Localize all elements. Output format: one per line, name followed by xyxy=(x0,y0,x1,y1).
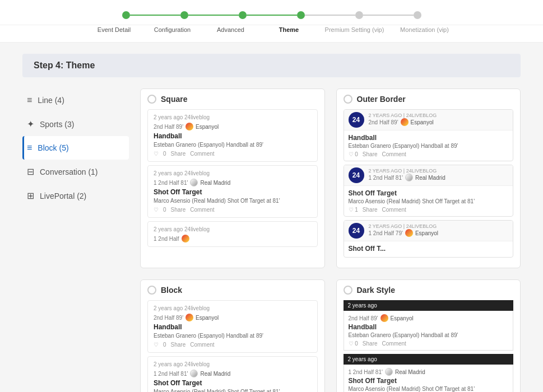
comment-link-2[interactable]: Comment xyxy=(190,207,214,213)
step-label-1: Event Detail xyxy=(85,25,143,34)
like-icon-2: ♡ xyxy=(154,207,159,213)
espanyol-icon-1 xyxy=(185,123,193,130)
dark-post-1-title: Handball xyxy=(349,323,509,331)
dark-post-2-bar: 2 years ago xyxy=(344,354,514,365)
sidebar-item-liveportal[interactable]: ⊞ LivePortal (2) xyxy=(22,184,129,208)
square-post-1-actions: ♡ 0 Share Comment xyxy=(154,151,312,157)
sidebar-label-conversation: Conversation (1) xyxy=(40,167,98,176)
step-title: Step 4: Theme xyxy=(34,60,509,71)
dark-rm-icon-1 xyxy=(385,368,393,376)
square-post-1-title: Handball xyxy=(154,132,312,140)
theme-radio-dark[interactable] xyxy=(344,286,352,295)
step-dot-6 xyxy=(414,11,421,19)
ob-post-2: 24 2 YEARS AGO | 24LIVEBLOG 1 2nd Half 8… xyxy=(344,165,514,217)
square-post-2: 2 years ago 24liveblog 1 2nd Half 81' Re… xyxy=(147,165,318,218)
square-post-1-desc: Esteban Granero (Espanyol) Handball at 8… xyxy=(154,142,312,148)
rm-icon-1 xyxy=(190,179,198,186)
comment-link[interactable]: Comment xyxy=(190,151,214,157)
square-post-2-meta: 2 years ago 24liveblog xyxy=(154,170,312,176)
block-post-1-actions: ♡ 0 Share Comment xyxy=(154,342,312,348)
sidebar-item-sports[interactable]: ✦ Sports (3) xyxy=(22,112,129,136)
theme-grid: Square 2 years ago 24liveblog 2nd Half 8… xyxy=(140,88,521,392)
theme-radio-outer-border[interactable] xyxy=(344,95,352,104)
sidebar-item-block[interactable]: ≡ Block (5) xyxy=(22,136,129,160)
liveportal-icon: ⊞ xyxy=(27,190,34,201)
block-post-2: 2 years ago 24liveblog 1 2nd Half 81' Re… xyxy=(147,356,318,392)
theme-card-block-body: 2 years ago 24liveblog 2nd Half 89' Espa… xyxy=(141,300,324,392)
step-line-1 xyxy=(130,15,180,16)
ob-rm-icon-1 xyxy=(405,174,413,181)
comment-b1[interactable]: Comment xyxy=(190,342,214,348)
ob-post-1: 24 2 YEARS AGO | 24LIVEBLOG 2nd Half 89'… xyxy=(344,109,514,161)
square-post-2-desc: Marco Asensio (Real Madrid) Shot Off Tar… xyxy=(154,198,312,204)
square-post-2-team: 1 2nd Half 81' Real Madrid xyxy=(154,179,312,186)
main-content: Step 4: Theme ≡ Line (4) ✦ Sports (3) ≡ … xyxy=(0,43,543,392)
step-dot-2 xyxy=(180,11,188,19)
step-label-6: Monetization (vip) xyxy=(391,25,458,34)
dark-post-2-body: 1 2nd Half 81' Real Madrid Shot Off Targ… xyxy=(344,365,514,392)
block-post-2-desc: Marco Asensio (Real Madrid) Shot Off Tar… xyxy=(154,389,312,392)
share-link-2[interactable]: Share xyxy=(171,207,186,213)
step-line-5 xyxy=(363,15,414,16)
sidebar-label-liveportal: LivePortal (2) xyxy=(40,192,86,200)
ob-post-1-body: Handball Esteban Granero (Espanyol) Hand… xyxy=(344,130,513,161)
ob-post-3: 24 2 YEARS AGO | 24LIVEBLOG 1 2nd Half 7… xyxy=(344,220,514,258)
theme-card-block-header[interactable]: Block xyxy=(141,280,324,300)
share-link[interactable]: Share xyxy=(171,151,186,157)
sidebar-item-line[interactable]: ≡ Line (4) xyxy=(22,88,129,112)
dark-post-2-title: Shot Off Target xyxy=(349,377,509,385)
ob-post-1-header: 24 2 YEARS AGO | 24LIVEBLOG 2nd Half 89'… xyxy=(344,110,513,130)
theme-name-square: Square xyxy=(161,95,187,104)
theme-card-dark-header[interactable]: Dark Style xyxy=(337,280,521,300)
like-icon-b1: ♡ xyxy=(154,342,159,348)
theme-name-block: Block xyxy=(161,286,182,295)
step-label-4: Theme xyxy=(260,25,318,34)
sidebar-item-conversation[interactable]: ⊟ Conversation (1) xyxy=(22,160,129,184)
theme-card-outer-border-body: 24 2 YEARS AGO | 24LIVEBLOG 2nd Half 89'… xyxy=(337,109,521,268)
block-post-2-title: Shot Off Target xyxy=(154,379,312,387)
theme-card-outer-border: Outer Border 24 2 YEARS AGO | 24LIVEBLOG… xyxy=(336,88,521,268)
theme-radio-block[interactable] xyxy=(147,286,156,295)
theme-name-dark: Dark Style xyxy=(357,286,395,295)
espanyol-icon-3 xyxy=(182,235,189,242)
square-post-2-actions: ♡ 0 Share Comment xyxy=(154,207,312,213)
theme-card-square-body: 2 years ago 24liveblog 2nd Half 89' Espa… xyxy=(141,109,324,257)
theme-card-square-header[interactable]: Square xyxy=(141,89,324,109)
theme-card-outer-border-header[interactable]: Outer Border xyxy=(337,89,521,109)
dark-post-1: 2 years ago 2nd Half 89' Espanyol Handba… xyxy=(344,300,514,351)
block-post-1-desc: Esteban Granero (Espanyol) Handball at 8… xyxy=(154,333,312,339)
block-post-2-team: 1 2nd Half 81' Real Madrid xyxy=(154,370,312,377)
theme-card-dark-body: 2 years ago 2nd Half 89' Espanyol Handba… xyxy=(337,300,521,392)
step-header: Step 4: Theme xyxy=(22,54,521,77)
dark-post-2-desc: Marco Asensio (Real Madrid) Shot Off Tar… xyxy=(349,386,509,392)
step-label-2: Configuration xyxy=(143,25,202,34)
theme-name-outer-border: Outer Border xyxy=(357,95,406,104)
block-post-2-meta: 2 years ago 24liveblog xyxy=(154,361,312,367)
square-post-3: 2 years ago 24liveblog 1 2nd Half xyxy=(147,221,318,247)
step-dot-1 xyxy=(122,11,130,19)
step-label-3: Advanced xyxy=(202,25,260,34)
step-line-2 xyxy=(188,15,239,16)
sports-icon: ✦ xyxy=(27,119,34,129)
dark-post-1-bar: 2 years ago xyxy=(344,300,514,311)
ob-post-3-header: 24 2 YEARS AGO | 24LIVEBLOG 1 2nd Half 7… xyxy=(344,221,513,241)
theme-radio-square[interactable] xyxy=(147,95,156,104)
step-line-4 xyxy=(305,15,355,16)
ob-post-2-header: 24 2 YEARS AGO | 24LIVEBLOG 1 2nd Half 8… xyxy=(344,165,513,186)
ob-badge-3: 24 xyxy=(349,223,364,239)
ob-post-2-body: Shot Off Target Marco Asensio (Real Madr… xyxy=(344,186,513,216)
step-line-3 xyxy=(247,15,297,16)
block-post-1: 2 years ago 24liveblog 2nd Half 89' Espa… xyxy=(147,300,318,353)
content-area: ≡ Line (4) ✦ Sports (3) ≡ Block (5) ⊟ Co… xyxy=(22,88,521,392)
block-post-1-title: Handball xyxy=(154,323,312,331)
square-post-1-team: 2nd Half 89' Espanyol xyxy=(154,123,312,130)
ob-espanyol-icon-3 xyxy=(405,229,413,237)
dark-post-1-body: 2nd Half 89' Espanyol Handball Esteban G… xyxy=(344,311,514,351)
stepper-dots xyxy=(122,11,421,19)
sidebar: ≡ Line (4) ✦ Sports (3) ≡ Block (5) ⊟ Co… xyxy=(22,88,129,392)
line-icon: ≡ xyxy=(27,95,32,105)
conversation-icon: ⊟ xyxy=(27,166,34,177)
block-post-1-meta: 2 years ago 24liveblog xyxy=(154,305,312,311)
block-post-1-team: 2nd Half 89' Espanyol xyxy=(154,314,312,321)
share-b1[interactable]: Share xyxy=(171,342,186,348)
